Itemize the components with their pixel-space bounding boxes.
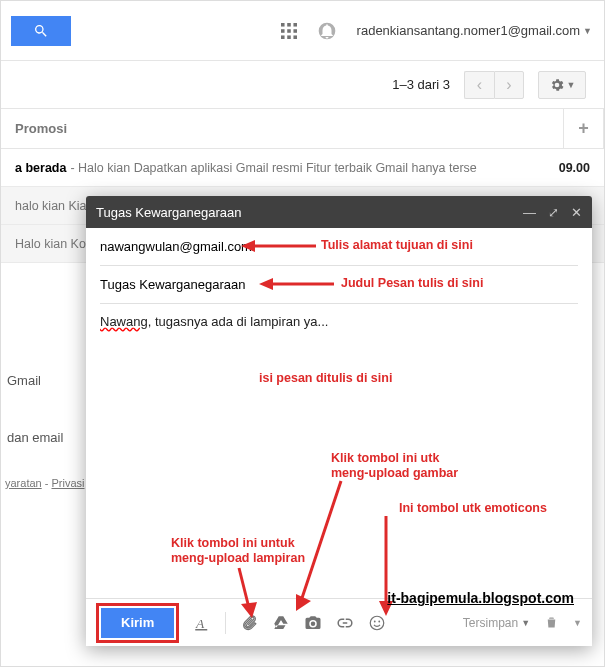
subject-field-row[interactable] bbox=[100, 266, 578, 304]
tab-add[interactable]: + bbox=[564, 109, 604, 148]
tab-label: Promosi bbox=[15, 121, 67, 136]
compose-titlebar[interactable]: Tugas Kewarganegaraan — ⤢ ✕ bbox=[86, 196, 592, 228]
body-text: , tugasnya ada di lampiran ya... bbox=[148, 314, 329, 329]
mail-fragment: Halo kian Kota bbox=[15, 237, 96, 251]
to-field[interactable] bbox=[100, 239, 578, 254]
pager: ‹ › bbox=[464, 71, 524, 99]
mail-row[interactable]: a berada - Halo kian Dapatkan aplikasi G… bbox=[1, 149, 604, 187]
footer-link[interactable]: yaratan bbox=[5, 477, 42, 489]
prev-page-button[interactable]: ‹ bbox=[464, 71, 494, 99]
attachment-icon[interactable] bbox=[240, 614, 258, 632]
more-options-icon[interactable]: ▼ bbox=[573, 618, 582, 628]
discard-icon[interactable] bbox=[544, 615, 559, 630]
user-email-text: radenkiansantang.nomer1@gmail.com bbox=[357, 23, 580, 38]
caret-down-icon: ▼ bbox=[521, 618, 530, 628]
saved-label: Tersimpan ▼ bbox=[463, 616, 530, 630]
close-icon[interactable]: ✕ bbox=[571, 205, 582, 220]
search-icon bbox=[33, 23, 49, 39]
sub-bar: 1–3 dari 3 ‹ › ▼ bbox=[1, 61, 604, 109]
tab-promo[interactable]: Promosi bbox=[1, 109, 564, 148]
caret-down-icon: ▼ bbox=[567, 80, 576, 90]
compose-toolbar: Kirim A Tersimpan ▼ ▼ bbox=[86, 598, 592, 646]
expand-icon[interactable]: ⤢ bbox=[548, 205, 559, 220]
sidebar: Gmail dan email yaratan - Privasi bbox=[1, 301, 89, 495]
svg-point-12 bbox=[370, 616, 384, 630]
svg-rect-1 bbox=[287, 23, 291, 27]
svg-rect-4 bbox=[287, 29, 291, 33]
sidebar-item[interactable]: dan email bbox=[5, 424, 85, 451]
send-highlight: Kirim bbox=[96, 603, 179, 643]
format-icon[interactable]: A bbox=[193, 614, 211, 632]
sidebar-item[interactable]: Gmail bbox=[5, 367, 85, 394]
saved-text: Tersimpan bbox=[463, 616, 518, 630]
subject-field[interactable] bbox=[100, 277, 578, 292]
search-button[interactable] bbox=[11, 16, 71, 46]
emoticon-icon[interactable] bbox=[368, 614, 386, 632]
caret-down-icon: ▼ bbox=[583, 26, 592, 36]
to-field-row[interactable] bbox=[100, 228, 578, 266]
svg-rect-7 bbox=[287, 35, 291, 39]
notifications-icon[interactable] bbox=[317, 21, 337, 41]
svg-point-13 bbox=[374, 620, 376, 622]
plus-icon: + bbox=[564, 118, 603, 139]
footer-link[interactable]: Privasi bbox=[51, 477, 84, 489]
mail-time: 09.00 bbox=[559, 161, 590, 175]
user-email[interactable]: radenkiansantang.nomer1@gmail.com ▼ bbox=[357, 23, 592, 38]
sidebar-footer: yaratan - Privasi bbox=[5, 477, 85, 489]
svg-rect-5 bbox=[293, 29, 297, 33]
top-bar: radenkiansantang.nomer1@gmail.com ▼ bbox=[1, 1, 604, 61]
insert-photo-icon[interactable] bbox=[304, 614, 322, 632]
compose-body[interactable]: Nawang, tugasnya ada di lampiran ya... bbox=[86, 304, 592, 598]
category-tabs: Promosi + bbox=[1, 109, 604, 149]
compose-window: Tugas Kewarganegaraan — ⤢ ✕ Nawang, tuga… bbox=[86, 196, 592, 646]
svg-rect-3 bbox=[281, 29, 285, 33]
svg-rect-8 bbox=[293, 35, 297, 39]
svg-rect-2 bbox=[293, 23, 297, 27]
compose-fields bbox=[86, 228, 592, 304]
body-text-err: Nawang bbox=[100, 314, 148, 329]
apps-icon[interactable] bbox=[281, 23, 297, 39]
mail-fragment: - Halo kian Dapatkan aplikasi Gmail resm… bbox=[70, 161, 476, 175]
toolbar-separator bbox=[225, 612, 226, 634]
gear-icon bbox=[549, 77, 565, 93]
send-button[interactable]: Kirim bbox=[101, 608, 174, 638]
settings-button[interactable]: ▼ bbox=[538, 71, 586, 99]
mail-subject: a berada bbox=[15, 161, 66, 175]
minimize-icon[interactable]: — bbox=[523, 205, 536, 220]
top-icons: radenkiansantang.nomer1@gmail.com ▼ bbox=[281, 21, 592, 41]
mail-count-label: 1–3 dari 3 bbox=[392, 77, 450, 92]
svg-rect-6 bbox=[281, 35, 285, 39]
svg-text:A: A bbox=[195, 615, 205, 630]
compose-title: Tugas Kewarganegaraan bbox=[96, 205, 523, 220]
next-page-button[interactable]: › bbox=[494, 71, 524, 99]
insert-link-icon[interactable] bbox=[336, 614, 354, 632]
drive-icon[interactable] bbox=[272, 614, 290, 632]
svg-rect-11 bbox=[195, 629, 207, 631]
svg-rect-0 bbox=[281, 23, 285, 27]
svg-point-14 bbox=[379, 620, 381, 622]
